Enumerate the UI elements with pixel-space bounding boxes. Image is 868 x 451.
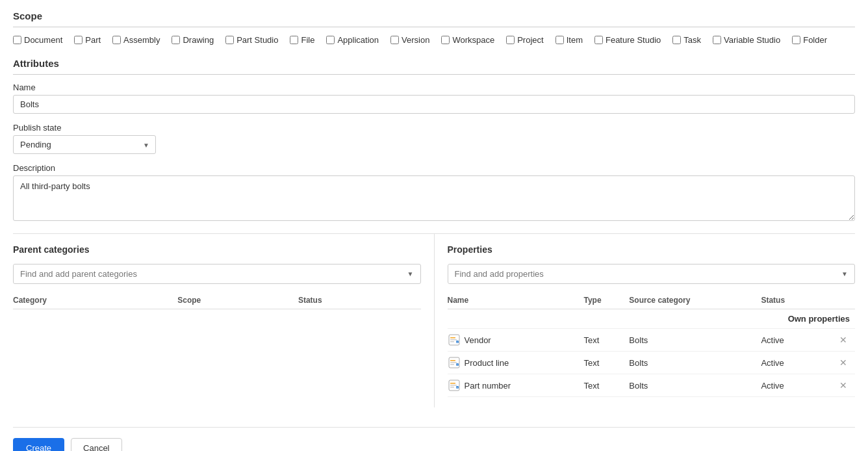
description-label: Description: [13, 163, 855, 173]
col-name: Name: [448, 292, 584, 309]
cb-item-checkbox[interactable]: [555, 36, 564, 44]
prop-type: Text: [583, 374, 629, 397]
parent-categories-search[interactable]: ▼: [13, 264, 421, 284]
cancel-button[interactable]: Cancel: [71, 438, 121, 451]
scope-title: Scope: [13, 10, 855, 27]
cb-project-checkbox[interactable]: [506, 36, 515, 44]
cb-task-label: Task: [683, 35, 701, 45]
cb-application-checkbox[interactable]: [326, 36, 335, 44]
description-input[interactable]: [13, 175, 855, 221]
cb-document-checkbox[interactable]: [13, 36, 21, 44]
properties-panel: Properties ▼ Name Type Source category S…: [435, 234, 856, 407]
svg-rect-1: [450, 337, 455, 339]
scope-checkbox-cb-folder[interactable]: Folder: [792, 35, 827, 45]
prop-status: Active: [761, 329, 819, 352]
chevron-down-icon: ▼: [835, 270, 854, 277]
scope-checkbox-cb-document[interactable]: Document: [13, 35, 62, 45]
properties-title: Properties: [448, 244, 856, 255]
create-button[interactable]: Create: [13, 438, 64, 451]
svg-rect-9: [450, 364, 454, 365]
table-row: ≡ Product line TextBoltsActive✕: [448, 352, 856, 374]
properties-search-input[interactable]: [448, 264, 836, 283]
table-header-row: Name Type Source category Status: [448, 292, 856, 309]
description-field-group: Description: [13, 163, 855, 223]
name-input[interactable]: [13, 95, 855, 114]
svg-rect-15: [450, 387, 454, 388]
prop-name-cell: ≡ Part number: [448, 374, 584, 397]
remove-property-button[interactable]: ✕: [837, 356, 850, 369]
prop-source-category: Bolts: [629, 374, 761, 397]
scope-checkbox-cb-project[interactable]: Project: [506, 35, 543, 45]
svg-rect-7: [450, 360, 455, 361]
cb-part-checkbox[interactable]: [74, 36, 83, 44]
prop-name: Part number: [465, 381, 511, 391]
scope-checkbox-cb-variablestudio[interactable]: Variable Studio: [713, 35, 780, 45]
table-header-row: Category Scope Status: [13, 292, 421, 309]
scope-checkbox-cb-assembly[interactable]: Assembly: [112, 35, 160, 45]
prop-remove-cell: ✕: [819, 374, 855, 397]
remove-property-button[interactable]: ✕: [837, 379, 850, 392]
parent-categories-input[interactable]: [14, 264, 401, 283]
cb-assembly-label: Assembly: [123, 35, 160, 45]
page-container: Scope DocumentPartAssemblyDrawingPart St…: [0, 0, 868, 451]
properties-table: Name Type Source category Status Own pro…: [448, 292, 856, 397]
publish-state-select[interactable]: PendingActiveObsolete: [13, 135, 156, 154]
name-field-group: Name: [13, 83, 855, 114]
prop-source-category: Bolts: [629, 352, 761, 374]
parent-categories-title: Parent categories: [13, 244, 421, 255]
properties-search[interactable]: ▼: [448, 264, 856, 284]
cb-featurestudio-checkbox[interactable]: [594, 36, 603, 44]
cb-drawing-checkbox[interactable]: [172, 36, 180, 44]
scope-checkbox-cb-partstudio[interactable]: Part Studio: [225, 35, 278, 45]
svg-text:≡: ≡: [456, 341, 457, 344]
scope-checkboxes: DocumentPartAssemblyDrawingPart StudioFi…: [13, 35, 855, 45]
cb-application-label: Application: [337, 35, 379, 45]
cb-variablestudio-checkbox[interactable]: [713, 36, 721, 44]
svg-text:≡: ≡: [456, 387, 457, 389]
cb-partstudio-checkbox[interactable]: [225, 36, 234, 44]
remove-property-button[interactable]: ✕: [837, 333, 850, 346]
publish-state-field-group: Publish state PendingActiveObsolete ▼: [13, 123, 855, 154]
cb-variablestudio-label: Variable Studio: [724, 35, 780, 45]
cb-document-label: Document: [24, 35, 62, 45]
table-row: ≡ Vendor TextBoltsActive✕: [448, 329, 856, 352]
cb-version-checkbox[interactable]: [390, 36, 399, 44]
scope-checkbox-cb-part[interactable]: Part: [74, 35, 101, 45]
cb-file-checkbox[interactable]: [290, 36, 298, 44]
scope-checkbox-cb-item[interactable]: Item: [555, 35, 583, 45]
cb-workspace-label: Workspace: [452, 35, 494, 45]
scope-checkbox-cb-file[interactable]: File: [290, 35, 314, 45]
scope-checkbox-cb-task[interactable]: Task: [672, 35, 701, 45]
scope-checkbox-cb-version[interactable]: Version: [390, 35, 429, 45]
prop-name-cell: ≡ Vendor: [448, 329, 584, 352]
cb-folder-label: Folder: [803, 35, 827, 45]
cb-item-label: Item: [567, 35, 583, 45]
property-icon: ≡: [448, 356, 461, 369]
cb-assembly-checkbox[interactable]: [112, 36, 121, 44]
cb-partstudio-label: Part Studio: [236, 35, 278, 45]
prop-status: Active: [761, 374, 819, 397]
cb-folder-checkbox[interactable]: [792, 36, 800, 44]
col-scope: Scope: [177, 292, 298, 309]
cb-task-checkbox[interactable]: [672, 36, 681, 44]
scope-checkbox-cb-featurestudio[interactable]: Feature Studio: [594, 35, 661, 45]
col-status: Status: [298, 292, 421, 309]
prop-name: Product line: [465, 358, 509, 368]
own-properties-group-row: Own properties: [448, 309, 856, 329]
prop-name-cell: ≡ Product line: [448, 352, 584, 374]
prop-type: Text: [583, 352, 629, 374]
parent-categories-panel: Parent categories ▼ Category Scope Statu…: [13, 234, 435, 407]
own-properties-label: Own properties: [448, 309, 856, 329]
attributes-section: Attributes Name Publish state PendingAct…: [13, 58, 855, 223]
cb-file-label: File: [301, 35, 314, 45]
cb-drawing-label: Drawing: [183, 35, 214, 45]
scope-checkbox-cb-application[interactable]: Application: [326, 35, 379, 45]
prop-source-category: Bolts: [629, 329, 761, 352]
prop-status: Active: [761, 352, 819, 374]
scope-checkbox-cb-workspace[interactable]: Workspace: [441, 35, 494, 45]
publish-state-label: Publish state: [13, 123, 855, 133]
attributes-title: Attributes: [13, 58, 855, 75]
scope-section: Scope DocumentPartAssemblyDrawingPart St…: [13, 10, 855, 45]
cb-workspace-checkbox[interactable]: [441, 36, 450, 44]
scope-checkbox-cb-drawing[interactable]: Drawing: [172, 35, 214, 45]
